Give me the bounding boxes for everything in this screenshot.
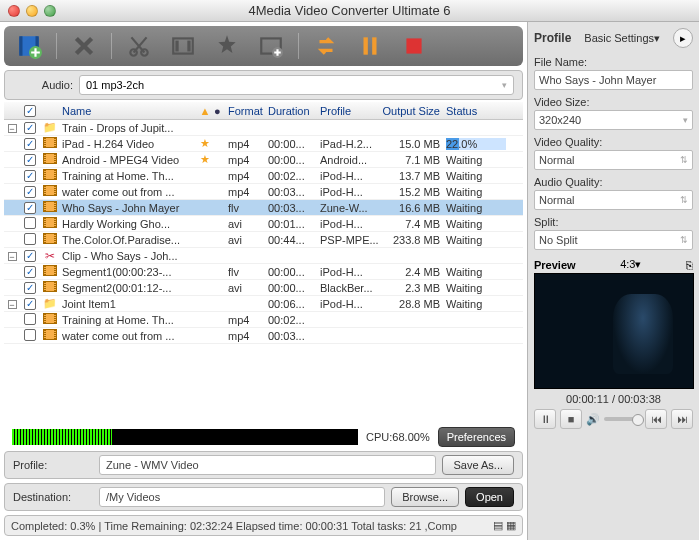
split-select[interactable]: No Split⇅ (534, 230, 693, 250)
stepper-icon: ⇅ (680, 195, 688, 205)
tree-toggle[interactable]: − (8, 124, 17, 133)
row-checkbox[interactable] (24, 233, 36, 245)
row-checkbox[interactable] (24, 170, 36, 182)
file-type-icon (40, 137, 60, 150)
row-checkbox[interactable] (24, 138, 36, 150)
table-row[interactable]: water come out from ...mp400:03... (4, 328, 523, 344)
col-name-header[interactable]: Name (60, 105, 196, 117)
table-row[interactable]: Hardly Working Gho...avi00:01...iPod-H..… (4, 216, 523, 232)
row-checkbox[interactable] (24, 329, 36, 341)
add-file-button[interactable] (12, 31, 46, 61)
status-bar: Completed: 0.3% | Time Remaining: 02:32:… (4, 515, 523, 536)
open-button[interactable]: Open (465, 487, 514, 507)
next-button[interactable]: ⏭ (671, 409, 693, 429)
video-quality-label: Video Quality: (534, 136, 693, 148)
basic-settings-dropdown[interactable]: Basic Settings▾ (584, 32, 660, 45)
tree-toggle[interactable]: − (8, 300, 17, 309)
window-title: 4Media Video Converter Ultimate 6 (0, 3, 699, 18)
preferences-button[interactable]: Preferences (438, 427, 515, 447)
row-checkbox[interactable] (24, 313, 36, 325)
audio-value: 01 mp3-2ch (86, 79, 144, 91)
delete-button[interactable] (67, 31, 101, 61)
check-all[interactable] (24, 105, 36, 117)
effects-button[interactable] (210, 31, 244, 61)
table-row[interactable]: Android - MPEG4 Video★mp400:00...Android… (4, 152, 523, 168)
stop-button[interactable] (397, 31, 431, 61)
destination-input[interactable]: /My Videos (99, 487, 385, 507)
svg-rect-1 (19, 36, 22, 56)
file-type-icon (40, 201, 60, 214)
file-type-icon (40, 313, 60, 326)
audio-quality-select[interactable]: Normal⇅ (534, 190, 693, 210)
volume-slider[interactable] (604, 417, 641, 421)
svg-rect-12 (372, 37, 376, 54)
row-checkbox[interactable] (24, 266, 36, 278)
col-duration-header[interactable]: Duration (268, 105, 320, 117)
table-row[interactable]: Segment2(00:01:12-...avi00:00...BlackBer… (4, 280, 523, 296)
add-profile-button[interactable] (254, 31, 288, 61)
waveform-display (12, 429, 358, 445)
column-header-row: Name ▲ ● Format Duration Profile Output … (4, 102, 523, 120)
video-quality-select[interactable]: Normal⇅ (534, 150, 693, 170)
play-pause-button[interactable]: ⏸ (534, 409, 556, 429)
row-checkbox[interactable] (24, 250, 36, 262)
table-row[interactable]: −Train - Drops of Jupit... (4, 120, 523, 136)
star-icon: ★ (196, 137, 214, 150)
side-panel: Profile Basic Settings▾ ▸ File Name: Who… (527, 22, 699, 540)
profile-select[interactable]: Zune - WMV Video (99, 455, 436, 475)
toolbar (4, 26, 523, 66)
tree-toggle[interactable]: − (8, 252, 17, 261)
file-type-icon (40, 217, 60, 230)
file-name-input[interactable]: Who Says - John Mayer (534, 70, 693, 90)
row-checkbox[interactable] (24, 282, 36, 294)
table-row[interactable]: −Clip - Who Says - Joh... (4, 248, 523, 264)
video-size-select[interactable]: 320x240▾ (534, 110, 693, 130)
stop-playback-button[interactable]: ■ (560, 409, 582, 429)
file-type-icon (40, 121, 60, 134)
file-name-cell: Train - Drops of Jupit... (60, 122, 196, 134)
table-row[interactable]: −Joint Item100:06...iPod-H...28.8 MBWait… (4, 296, 523, 312)
video-size-label: Video Size: (534, 96, 693, 108)
table-row[interactable]: iPad - H.264 Video★mp400:00...iPad-H.2..… (4, 136, 523, 152)
snapshot-icon[interactable]: ⎘ (686, 259, 693, 271)
col-profile-header[interactable]: Profile (320, 105, 382, 117)
file-name-cell: iPad - H.264 Video (60, 138, 196, 150)
audio-label: Audio: (13, 79, 73, 91)
row-checkbox[interactable] (24, 122, 36, 134)
table-row[interactable]: Segment1(00:00:23-...flv00:00...iPod-H..… (4, 264, 523, 280)
aspect-select[interactable]: 4:3▾ (620, 258, 641, 271)
edit-button[interactable] (166, 31, 200, 61)
col-format-header[interactable]: Format (228, 105, 268, 117)
preview-label: Preview (534, 259, 576, 271)
convert-button[interactable] (309, 31, 343, 61)
file-name-cell: Who Says - John Mayer (60, 202, 196, 214)
split-label: Split: (534, 216, 693, 228)
table-row[interactable]: water come out from ...mp400:03...iPod-H… (4, 184, 523, 200)
table-row[interactable]: The.Color.Of.Paradise...avi00:44...PSP-M… (4, 232, 523, 248)
table-row[interactable]: Training at Home. Th...mp400:02...iPod-H… (4, 168, 523, 184)
col-status-header[interactable]: Status (446, 105, 506, 117)
titlebar: 4Media Video Converter Ultimate 6 (0, 0, 699, 22)
clip-button[interactable] (122, 31, 156, 61)
volume-icon[interactable]: 🔊 (586, 413, 600, 426)
svg-rect-7 (175, 41, 178, 52)
panel-play-button[interactable]: ▸ (673, 28, 693, 48)
row-checkbox[interactable] (24, 202, 36, 214)
row-checkbox[interactable] (24, 217, 36, 229)
file-type-icon (40, 297, 60, 310)
audio-select[interactable]: 01 mp3-2ch ▾ (79, 75, 514, 95)
table-row[interactable]: Training at Home. Th...mp400:02... (4, 312, 523, 328)
prev-button[interactable]: ⏮ (645, 409, 667, 429)
file-name-cell: Joint Item1 (60, 298, 196, 310)
table-row[interactable]: Who Says - John Mayerflv00:03...Zune-W..… (4, 200, 523, 216)
col-size-header[interactable]: Output Size (382, 105, 446, 117)
svg-rect-11 (364, 37, 368, 54)
pause-button[interactable] (353, 31, 387, 61)
save-as-button[interactable]: Save As... (442, 455, 514, 475)
panel-tab-profile[interactable]: Profile (534, 31, 571, 45)
row-checkbox[interactable] (24, 298, 36, 310)
row-checkbox[interactable] (24, 154, 36, 166)
row-checkbox[interactable] (24, 186, 36, 198)
browse-button[interactable]: Browse... (391, 487, 459, 507)
dropdown-icon: ▾ (683, 115, 688, 125)
